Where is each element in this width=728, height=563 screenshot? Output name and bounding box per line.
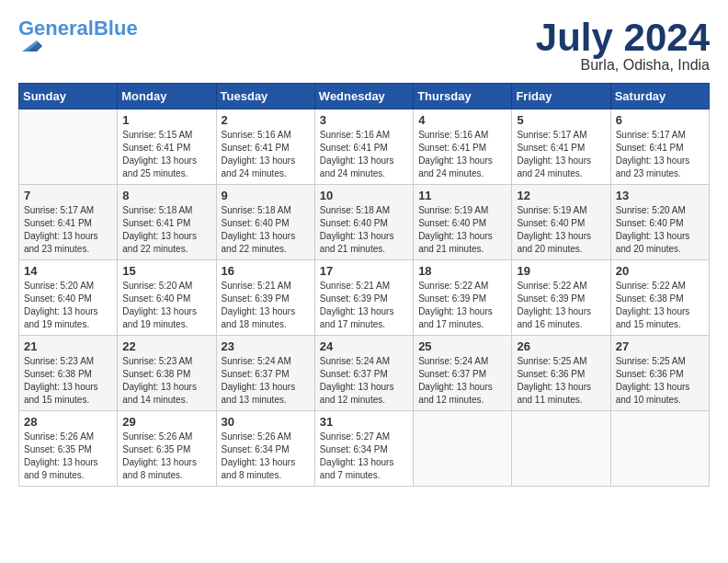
day-info: Sunrise: 5:23 AMSunset: 6:38 PMDaylight:… (122, 355, 210, 407)
day-number: 25 (418, 339, 506, 353)
day-number: 24 (320, 339, 408, 353)
calendar-cell: 28Sunrise: 5:26 AMSunset: 6:35 PMDayligh… (19, 411, 118, 487)
day-info: Sunrise: 5:23 AMSunset: 6:38 PMDaylight:… (24, 355, 112, 407)
day-number: 22 (122, 339, 210, 353)
day-number: 26 (517, 339, 605, 353)
day-number: 23 (222, 339, 310, 353)
calendar-cell: 6Sunrise: 5:17 AMSunset: 6:41 PMDaylight… (610, 109, 709, 185)
day-number: 13 (616, 189, 704, 202)
day-number: 9 (222, 189, 310, 202)
title-area: July 2024 Burla, Odisha, India (536, 18, 710, 74)
header-day-sunday: Sunday (19, 84, 118, 109)
day-number: 10 (320, 189, 408, 202)
day-info: Sunrise: 5:27 AMSunset: 6:34 PMDaylight:… (320, 431, 408, 482)
calendar-cell: 21Sunrise: 5:23 AMSunset: 6:38 PMDayligh… (19, 336, 118, 411)
calendar-cell: 9Sunrise: 5:18 AMSunset: 6:40 PMDaylight… (216, 185, 314, 260)
calendar-cell: 23Sunrise: 5:24 AMSunset: 6:37 PMDayligh… (216, 336, 314, 411)
calendar-cell: 31Sunrise: 5:27 AMSunset: 6:34 PMDayligh… (314, 411, 413, 487)
calendar-week-row: 14Sunrise: 5:20 AMSunset: 6:40 PMDayligh… (19, 260, 710, 336)
logo: GeneralBlue (18, 18, 138, 53)
day-info: Sunrise: 5:22 AMSunset: 6:39 PMDaylight:… (517, 280, 605, 331)
day-number: 28 (24, 415, 112, 429)
day-number: 7 (24, 189, 112, 202)
day-info: Sunrise: 5:20 AMSunset: 6:40 PMDaylight:… (616, 204, 704, 256)
day-info: Sunrise: 5:18 AMSunset: 6:41 PMDaylight:… (122, 204, 210, 256)
day-number: 15 (122, 264, 210, 278)
header-day-friday: Friday (512, 84, 610, 109)
day-info: Sunrise: 5:20 AMSunset: 6:40 PMDaylight:… (24, 280, 112, 331)
day-number: 31 (320, 415, 408, 429)
day-info: Sunrise: 5:26 AMSunset: 6:35 PMDaylight:… (24, 431, 112, 482)
day-number: 12 (517, 189, 605, 202)
day-number: 14 (24, 264, 112, 278)
calendar-cell: 30Sunrise: 5:26 AMSunset: 6:34 PMDayligh… (216, 411, 314, 487)
day-number: 29 (122, 415, 210, 429)
day-info: Sunrise: 5:22 AMSunset: 6:39 PMDaylight:… (418, 280, 506, 331)
day-info: Sunrise: 5:17 AMSunset: 6:41 PMDaylight:… (517, 129, 605, 180)
calendar-cell: 10Sunrise: 5:18 AMSunset: 6:40 PMDayligh… (314, 185, 413, 260)
day-number: 20 (616, 264, 704, 278)
day-number: 5 (517, 113, 605, 127)
day-number: 8 (122, 189, 210, 202)
calendar-week-row: 28Sunrise: 5:26 AMSunset: 6:35 PMDayligh… (19, 411, 710, 487)
day-info: Sunrise: 5:26 AMSunset: 6:35 PMDaylight:… (122, 431, 210, 482)
day-number: 6 (616, 113, 704, 127)
day-number: 16 (222, 264, 310, 278)
calendar-cell (19, 109, 118, 185)
header-day-wednesday: Wednesday (314, 84, 413, 109)
day-info: Sunrise: 5:25 AMSunset: 6:36 PMDaylight:… (517, 355, 605, 407)
logo-text: GeneralBlue (18, 18, 138, 39)
day-number: 21 (24, 339, 112, 353)
calendar-week-row: 21Sunrise: 5:23 AMSunset: 6:38 PMDayligh… (19, 336, 710, 411)
day-info: Sunrise: 5:21 AMSunset: 6:39 PMDaylight:… (222, 280, 310, 331)
calendar-cell: 1Sunrise: 5:15 AMSunset: 6:41 PMDaylight… (118, 109, 216, 185)
day-info: Sunrise: 5:18 AMSunset: 6:40 PMDaylight:… (320, 204, 408, 256)
day-number: 19 (517, 264, 605, 278)
calendar-cell: 5Sunrise: 5:17 AMSunset: 6:41 PMDaylight… (512, 109, 610, 185)
day-number: 30 (222, 415, 310, 429)
day-number: 18 (418, 264, 506, 278)
calendar-cell: 3Sunrise: 5:16 AMSunset: 6:41 PMDaylight… (314, 109, 413, 185)
day-number: 3 (320, 113, 408, 127)
calendar-cell: 19Sunrise: 5:22 AMSunset: 6:39 PMDayligh… (512, 260, 610, 336)
calendar-cell: 15Sunrise: 5:20 AMSunset: 6:40 PMDayligh… (118, 260, 216, 336)
day-info: Sunrise: 5:24 AMSunset: 6:37 PMDaylight:… (222, 355, 310, 407)
calendar-cell: 20Sunrise: 5:22 AMSunset: 6:38 PMDayligh… (610, 260, 709, 336)
day-number: 27 (616, 339, 704, 353)
calendar-header-row: SundayMondayTuesdayWednesdayThursdayFrid… (19, 84, 710, 109)
calendar-week-row: 7Sunrise: 5:17 AMSunset: 6:41 PMDaylight… (19, 185, 710, 260)
calendar-cell (512, 411, 610, 487)
header-day-monday: Monday (118, 84, 216, 109)
calendar-cell: 25Sunrise: 5:24 AMSunset: 6:37 PMDayligh… (414, 336, 512, 411)
calendar-cell: 27Sunrise: 5:25 AMSunset: 6:36 PMDayligh… (610, 336, 709, 411)
day-info: Sunrise: 5:18 AMSunset: 6:40 PMDaylight:… (222, 204, 310, 256)
day-number: 2 (222, 113, 310, 127)
day-number: 1 (122, 113, 210, 127)
day-info: Sunrise: 5:15 AMSunset: 6:41 PMDaylight:… (122, 129, 210, 180)
calendar-cell: 4Sunrise: 5:16 AMSunset: 6:41 PMDaylight… (414, 109, 512, 185)
header-day-tuesday: Tuesday (216, 84, 314, 109)
calendar-cell: 24Sunrise: 5:24 AMSunset: 6:37 PMDayligh… (314, 336, 413, 411)
calendar-cell: 11Sunrise: 5:19 AMSunset: 6:40 PMDayligh… (414, 185, 512, 260)
calendar-cell: 8Sunrise: 5:18 AMSunset: 6:41 PMDaylight… (118, 185, 216, 260)
day-info: Sunrise: 5:19 AMSunset: 6:40 PMDaylight:… (517, 204, 605, 256)
day-info: Sunrise: 5:17 AMSunset: 6:41 PMDaylight:… (24, 204, 112, 256)
header: GeneralBlue July 2024 Burla, Odisha, Ind… (18, 18, 710, 74)
calendar-cell: 12Sunrise: 5:19 AMSunset: 6:40 PMDayligh… (512, 185, 610, 260)
calendar-table: SundayMondayTuesdayWednesdayThursdayFrid… (18, 83, 710, 487)
day-info: Sunrise: 5:16 AMSunset: 6:41 PMDaylight:… (418, 129, 506, 180)
day-info: Sunrise: 5:20 AMSunset: 6:40 PMDaylight:… (122, 280, 210, 331)
calendar-week-row: 1Sunrise: 5:15 AMSunset: 6:41 PMDaylight… (19, 109, 710, 185)
day-info: Sunrise: 5:21 AMSunset: 6:39 PMDaylight:… (320, 280, 408, 331)
day-info: Sunrise: 5:25 AMSunset: 6:36 PMDaylight:… (616, 355, 704, 407)
calendar-cell: 26Sunrise: 5:25 AMSunset: 6:36 PMDayligh… (512, 336, 610, 411)
calendar-cell: 14Sunrise: 5:20 AMSunset: 6:40 PMDayligh… (19, 260, 118, 336)
calendar-cell: 18Sunrise: 5:22 AMSunset: 6:39 PMDayligh… (414, 260, 512, 336)
calendar-cell: 17Sunrise: 5:21 AMSunset: 6:39 PMDayligh… (314, 260, 413, 336)
day-number: 11 (418, 189, 506, 202)
calendar-cell (414, 411, 512, 487)
day-info: Sunrise: 5:17 AMSunset: 6:41 PMDaylight:… (616, 129, 704, 180)
day-info: Sunrise: 5:24 AMSunset: 6:37 PMDaylight:… (320, 355, 408, 407)
day-info: Sunrise: 5:26 AMSunset: 6:34 PMDaylight:… (222, 431, 310, 482)
header-day-saturday: Saturday (610, 84, 709, 109)
